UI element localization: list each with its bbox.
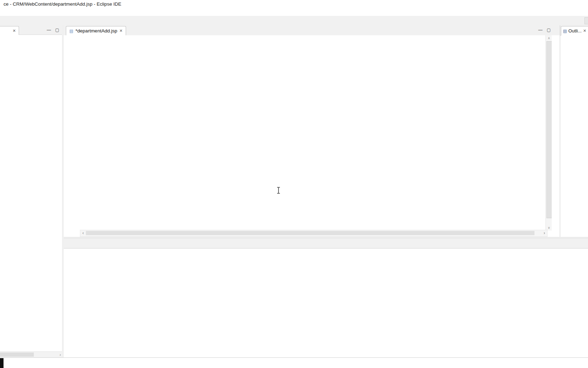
outline-view-icon: ▤ (563, 29, 567, 33)
outline-panel: ▤ Outli... ✕ (560, 25, 588, 237)
project-explorer-header: ✕ — ▢ (0, 25, 62, 35)
scroll-right-icon[interactable]: › (60, 352, 61, 357)
bottom-panel (64, 239, 588, 357)
editor-right-margin (552, 35, 560, 231)
bottom-tab-bar (64, 239, 588, 249)
outline-tab-label: Outli... (568, 28, 582, 33)
project-explorer-toolbar (0, 35, 62, 42)
outline-tab[interactable]: ▤ Outli... ✕ (561, 26, 588, 36)
scroll-up-icon[interactable]: ∧ (546, 35, 552, 41)
menu-bar (1, 8, 588, 16)
project-explorer-tree (0, 42, 62, 50)
jsp-file-icon: ▤ (69, 29, 73, 33)
scroll-right-icon[interactable]: › (542, 230, 547, 236)
servers-tree (64, 249, 588, 250)
editor-area: ▤ *departmentAdd.jsp ✕ — ▢ ∧ ∨ ‹ › (64, 25, 560, 237)
maximize-icon[interactable]: ▢ (55, 27, 59, 32)
project-explorer-panel: ✕ — ▢ › (0, 25, 62, 357)
bottom-left-corner-fragment (0, 358, 4, 368)
minimize-icon[interactable]: — (538, 27, 543, 32)
scrollbar-thumb[interactable] (0, 352, 34, 357)
outline-tab-bar: ▤ Outli... ✕ (560, 25, 588, 36)
editor-tab-bar: ▤ *departmentAdd.jsp ✕ — ▢ (64, 25, 560, 36)
close-icon[interactable]: ✕ (13, 29, 16, 33)
scroll-left-icon[interactable]: ‹ (81, 230, 86, 236)
close-icon[interactable]: ✕ (583, 29, 586, 33)
main-toolbar (0, 16, 588, 26)
editor-tab-label: *departmentAdd.jsp (75, 28, 117, 33)
code-editor[interactable] (64, 35, 545, 232)
scrollbar-thumb[interactable] (86, 231, 534, 235)
close-icon[interactable]: ✕ (119, 29, 123, 33)
status-bar (0, 357, 588, 368)
ibeam-mouse-cursor (276, 187, 281, 194)
toolbar-overflow-icon[interactable] (584, 17, 588, 24)
outline-tree (560, 36, 588, 43)
editor-vertical-scrollbar[interactable]: ∧ ∨ (545, 35, 552, 231)
window-title: ce - CRM/WebContent/departmentAdd.jsp - … (0, 0, 588, 8)
explorer-horizontal-scrollbar[interactable]: › (0, 351, 62, 357)
minimize-icon[interactable]: — (47, 27, 51, 32)
editor-horizontal-scrollbar[interactable]: ‹ › (80, 230, 548, 237)
project-explorer-tab[interactable]: ✕ (0, 26, 19, 35)
editor-tab-departmentAdd[interactable]: ▤ *departmentAdd.jsp ✕ (66, 26, 126, 36)
scrollbar-thumb[interactable] (546, 41, 552, 218)
maximize-icon[interactable]: ▢ (547, 27, 551, 32)
